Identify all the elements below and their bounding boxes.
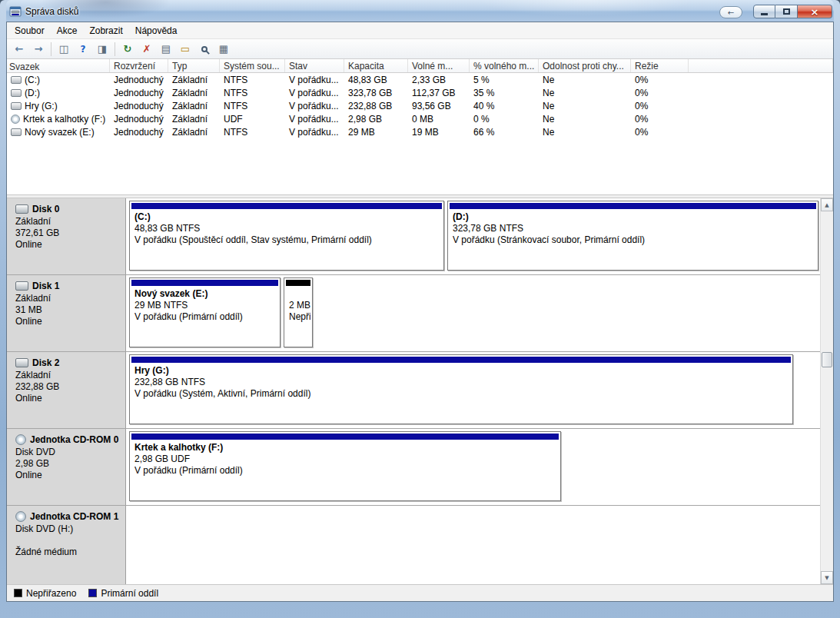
column-header-procento-volneho[interactable]: % volného m... xyxy=(470,59,539,72)
show-action-pane-button[interactable]: ◨ xyxy=(93,41,111,58)
disk-graph-area xyxy=(126,506,820,584)
help-button[interactable]: ? xyxy=(74,41,92,58)
partition-status: V pořádku (Spouštěcí oddíl, Stav systému… xyxy=(134,234,442,246)
volume-row-c[interactable]: (C:) Jednoduchý Základní NTFS V pořádku.… xyxy=(7,73,833,86)
scrollbar-thumb[interactable] xyxy=(822,352,832,367)
disk-header[interactable]: Disk 0 Základní 372,61 GB Online xyxy=(7,198,126,274)
volume-fault-tolerance: Ne xyxy=(539,114,631,125)
vertical-scrollbar[interactable]: ▲ ▼ xyxy=(820,198,833,584)
partition-status: V pořádku (Stránkovací soubor, Primární … xyxy=(453,234,816,246)
column-header-rozvrzeni[interactable]: Rozvržení xyxy=(110,59,168,72)
disk-icon xyxy=(11,102,22,110)
titlebar[interactable]: Správa disků ← × xyxy=(6,0,834,22)
volume-overhead: 0% xyxy=(631,127,689,138)
disk-graphical-pane: Disk 0 Základní 372,61 GB Online (C:) 48… xyxy=(7,198,833,584)
volume-name-cell: (C:) xyxy=(7,75,110,85)
close-button[interactable]: × xyxy=(798,5,832,18)
scroll-down-button[interactable]: ▼ xyxy=(821,571,833,584)
volume-overhead: 0% xyxy=(631,75,689,85)
properties-icon: ▤ xyxy=(161,44,171,54)
partition-g[interactable]: Hry (G:) 232,88 GB NTFS V pořádku (Systé… xyxy=(129,354,793,424)
delete-button[interactable]: ✗ xyxy=(138,41,156,58)
disk-status: Online xyxy=(15,393,125,404)
unallocated-color-swatch xyxy=(14,589,22,597)
disk-view-button[interactable]: ▦ xyxy=(214,41,233,58)
partition-color-strip xyxy=(131,203,442,209)
disk-icon xyxy=(11,89,22,97)
partition-status: V pořádku (Systém, Aktivní, Primární odd… xyxy=(134,388,791,400)
disk-name: Disk 2 xyxy=(32,357,59,368)
column-header-volne-misto[interactable]: Volné m... xyxy=(408,59,470,72)
client-area: Soubor Akce Zobrazit Nápověda ← → ◫ ? ◨ xyxy=(6,22,834,602)
console-tree-icon: ◫ xyxy=(59,44,68,54)
volume-type: Základní xyxy=(168,88,220,98)
partition-d[interactable]: (D:) 323,78 GB NTFS V pořádku (Stránkova… xyxy=(447,201,818,271)
volume-row-hry[interactable]: Hry (G:) Jednoduchý Základní NTFS V pořá… xyxy=(7,99,833,112)
partition-unallocated[interactable]: 2 MB Nepřiřazeno xyxy=(284,277,313,347)
volume-name: Krtek a kalhotky (F:) xyxy=(23,114,105,125)
refresh-button[interactable]: ↻ xyxy=(118,41,137,58)
disk-type: Disk DVD xyxy=(15,447,125,458)
maximize-button[interactable] xyxy=(775,5,798,18)
folder-icon: ▭ xyxy=(181,44,190,54)
volume-status: V pořádku... xyxy=(285,75,344,85)
disk-header[interactable]: Jednotka CD-ROM 0 Disk DVD 2,98 GB Onlin… xyxy=(7,429,126,505)
volume-name: (D:) xyxy=(25,88,40,98)
titlebar-back-button[interactable]: ← xyxy=(719,6,742,18)
volume-capacity: 2,98 GB xyxy=(344,114,408,125)
open-button[interactable]: ▭ xyxy=(176,41,194,58)
volume-name: (C:) xyxy=(25,75,40,85)
scroll-up-button[interactable]: ▲ xyxy=(821,198,833,211)
toolbar-separator xyxy=(51,42,51,56)
disk-type: Základní xyxy=(15,293,125,304)
disk-header[interactable]: Jednotka CD-ROM 1 Disk DVD (H:) Žádné mé… xyxy=(7,506,126,584)
volume-row-krtek[interactable]: Krtek a kalhotky (F:) Jednoduchý Základn… xyxy=(7,112,833,125)
rescan-magnifier-icon xyxy=(201,46,208,52)
column-header-rezie[interactable]: Režie xyxy=(631,59,689,72)
cd-drive-icon xyxy=(15,511,26,522)
back-icon: ← xyxy=(15,44,24,54)
back-button[interactable]: ← xyxy=(10,41,28,58)
menu-zobrazit[interactable]: Zobrazit xyxy=(83,24,128,38)
volume-capacity: 232,88 GB xyxy=(344,101,408,111)
column-header-kapacita[interactable]: Kapacita xyxy=(344,59,408,72)
volume-name-cell: (D:) xyxy=(7,88,110,98)
partition-size: 29 MB NTFS xyxy=(134,300,278,311)
menu-napoveda[interactable]: Nápověda xyxy=(129,24,184,38)
volume-row-novy-svazek[interactable]: Nový svazek (E:) Jednoduchý Základní NTF… xyxy=(7,125,833,138)
rescan-disks-button[interactable] xyxy=(195,41,214,58)
close-icon: × xyxy=(811,6,819,18)
column-header-stav[interactable]: Stav xyxy=(285,59,344,72)
volume-layout: Jednoduchý xyxy=(110,88,168,98)
forward-icon: → xyxy=(35,44,43,54)
column-header-svazek[interactable]: Svazek xyxy=(7,59,110,72)
volume-status: V pořádku... xyxy=(285,101,344,111)
minimize-button[interactable] xyxy=(753,5,775,18)
volume-row-d[interactable]: (D:) Jednoduchý Základní NTFS V pořádku.… xyxy=(7,86,833,99)
maximize-icon xyxy=(783,8,790,15)
menu-akce[interactable]: Akce xyxy=(51,24,84,38)
disk-row-2: Disk 2 Základní 232,88 GB Online Hry (G:… xyxy=(7,352,820,429)
forward-button[interactable]: → xyxy=(29,41,48,58)
show-console-tree-button[interactable]: ◫ xyxy=(55,41,73,58)
volume-fs: NTFS xyxy=(220,101,285,111)
disk-status: Online xyxy=(15,239,125,251)
properties-button[interactable]: ▤ xyxy=(157,41,175,58)
column-header-odolnost[interactable]: Odolnost proti chy... xyxy=(539,59,631,72)
volume-type: Základní xyxy=(168,101,220,111)
partition-e[interactable]: Nový svazek (E:) 29 MB NTFS V pořádku (P… xyxy=(129,277,281,347)
volume-fs: UDF xyxy=(220,114,285,125)
volume-fault-tolerance: Ne xyxy=(539,75,631,85)
partition-f[interactable]: Krtek a kalhotky (F:) 2,98 GB UDF V pořá… xyxy=(129,431,561,501)
partition-c[interactable]: (C:) 48,83 GB NTFS V pořádku (Spouštěcí … xyxy=(129,201,444,271)
disk-header[interactable]: Disk 2 Základní 232,88 GB Online xyxy=(7,352,126,428)
volume-overhead: 0% xyxy=(631,101,689,111)
partition-color-strip xyxy=(131,357,791,363)
cd-drive-icon xyxy=(15,434,26,445)
column-header-system-souboru[interactable]: Systém sou... xyxy=(220,59,285,72)
menu-soubor[interactable]: Soubor xyxy=(8,24,51,38)
volume-layout: Jednoduchý xyxy=(110,114,168,125)
disk-header[interactable]: Disk 1 Základní 31 MB Online xyxy=(7,275,126,351)
column-header-typ[interactable]: Typ xyxy=(168,59,220,72)
delete-icon: ✗ xyxy=(143,44,151,54)
